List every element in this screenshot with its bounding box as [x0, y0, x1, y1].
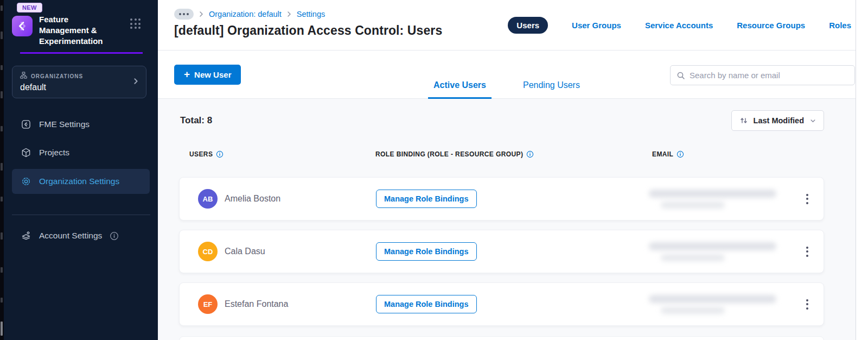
tab-active-users[interactable]: Active Users: [428, 80, 492, 99]
user-row: CD Cala Dasu Manage Role Bindings: [179, 230, 824, 273]
avatar: EF: [198, 294, 218, 314]
sidebar-item-projects[interactable]: Projects: [12, 141, 150, 165]
new-user-button-label: New User: [194, 70, 231, 79]
org-tree-icon: [20, 72, 27, 80]
user-name: Cala Dasu: [225, 247, 265, 256]
kebab-menu-button[interactable]: [800, 292, 815, 316]
kebab-menu-button[interactable]: [800, 240, 815, 263]
right-gutter: [856, 0, 868, 340]
sidebar: NEW Feature Management & Experimentation: [4, 0, 158, 340]
toolbar: + New User Active Users Pending Users: [158, 51, 856, 99]
fme-logo-outline-icon: [21, 119, 31, 130]
avatar-initials: AB: [203, 195, 213, 203]
manage-role-bindings-button[interactable]: Manage Role Bindings: [376, 295, 477, 313]
avatar: CD: [198, 242, 218, 261]
gear-icon: [21, 176, 31, 187]
sort-arrows-icon: [739, 116, 748, 125]
sidebar-item-label: Account Settings: [39, 231, 102, 241]
chevron-down-icon: [809, 117, 816, 124]
chevron-separator-icon: [286, 11, 292, 17]
plus-icon: +: [184, 68, 190, 80]
breadcrumb-link-organization[interactable]: Organization: default: [209, 10, 282, 18]
brand-accent-rule: [20, 52, 143, 54]
breadcrumb-link-settings[interactable]: Settings: [297, 10, 325, 18]
user-list-section: Total: 8 Last Modified USERS: [158, 99, 856, 340]
chevron-separator-icon: [199, 11, 204, 17]
sidebar-item-fme-settings[interactable]: FME Settings: [12, 112, 150, 136]
list-controls: Total: 8 Last Modified: [179, 110, 824, 131]
access-control-tabs: Users User Groups Service Accounts Resou…: [508, 17, 851, 34]
chevron-right-icon: [132, 77, 140, 87]
user-row: AB Amelia Boston Manage Role Bindings: [179, 177, 824, 221]
info-icon[interactable]: [216, 150, 224, 158]
manage-role-bindings-button[interactable]: Manage Role Bindings: [376, 190, 477, 208]
app-title: Feature Management & Experimentation: [39, 14, 120, 47]
tab-service-accounts[interactable]: Service Accounts: [645, 21, 713, 30]
sort-dropdown-value: Last Modified: [754, 116, 804, 125]
brand-block: NEW Feature Management & Experimentation: [4, 0, 158, 54]
search-input[interactable]: [690, 71, 849, 80]
new-user-button[interactable]: + New User: [174, 65, 241, 85]
email-redacted: [649, 190, 800, 209]
manage-role-bindings-button[interactable]: Manage Role Bindings: [376, 242, 477, 261]
tab-resource-groups[interactable]: Resource Groups: [737, 21, 805, 30]
column-header-email: EMAIL: [652, 150, 673, 158]
column-header-role-binding: ROLE BINDING (ROLE - RESOURCE GROUP): [375, 150, 523, 158]
user-row: EF Estefan Fontana Manage Role Bindings: [179, 282, 824, 326]
user-name: Amelia Boston: [225, 194, 280, 204]
sidebar-item-label: Projects: [39, 148, 69, 158]
email-redacted: [649, 242, 800, 261]
sidebar-item-account-settings[interactable]: Account Settings: [12, 224, 122, 248]
search-icon: [676, 71, 685, 80]
total-count: Total: 8: [180, 115, 212, 126]
sort-dropdown[interactable]: Last Modified: [731, 110, 824, 131]
sidebar-item-organization-settings[interactable]: Organization Settings: [12, 169, 150, 194]
apps-grid-icon[interactable]: [130, 18, 141, 29]
search-box: [670, 65, 855, 85]
sidebar-item-label: Organization Settings: [39, 177, 119, 186]
info-icon[interactable]: [676, 150, 684, 158]
tab-roles[interactable]: Roles: [829, 21, 851, 30]
info-icon[interactable]: [526, 150, 534, 158]
cube-icon: [21, 147, 31, 158]
fme-logo-icon: [12, 16, 33, 36]
org-selector-label: ORGANIZATIONS: [31, 73, 83, 79]
organization-selector[interactable]: ORGANIZATIONS default: [12, 66, 146, 98]
sidebar-nav: FME Settings Projects Or: [12, 112, 150, 194]
breadcrumb-ellipsis-button[interactable]: [174, 9, 194, 20]
new-badge: NEW: [17, 3, 42, 12]
kebab-menu-button[interactable]: [800, 187, 815, 211]
user-name: Estefan Fontana: [225, 299, 288, 309]
avatar: AB: [198, 189, 218, 209]
email-redacted: [649, 295, 800, 314]
column-header-users: USERS: [189, 150, 213, 158]
org-selector-value: default: [20, 83, 138, 92]
tab-users[interactable]: Users: [508, 17, 548, 34]
layers-gear-icon: [21, 230, 31, 241]
tab-pending-users[interactable]: Pending Users: [518, 80, 585, 99]
table-header-row: USERS ROLE BINDING (ROLE - RESOURCE GROU…: [179, 150, 824, 158]
sidebar-divider: [12, 215, 150, 215]
sidebar-item-label: FME Settings: [39, 119, 90, 129]
avatar-initials: EF: [203, 300, 213, 308]
avatar-initials: CD: [203, 248, 213, 256]
info-icon: [110, 231, 119, 241]
main-panel: Organization: default Settings [default]…: [158, 0, 856, 340]
tab-user-groups[interactable]: User Groups: [572, 21, 621, 30]
user-row-partial: [179, 336, 824, 340]
app-window: NEW Feature Management & Experimentation: [0, 0, 868, 340]
background-window-edge: [0, 0, 4, 340]
page-header: Organization: default Settings [default]…: [158, 0, 856, 51]
user-view-tabs: Active Users Pending Users: [428, 80, 585, 99]
